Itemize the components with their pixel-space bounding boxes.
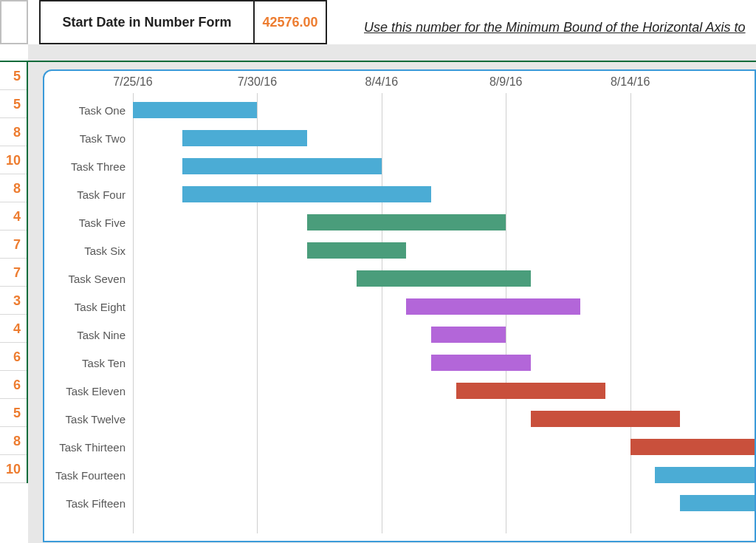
task-label: Task Ten	[44, 357, 133, 369]
duration-column: 55810847734665810	[0, 61, 28, 483]
task-label: Task Fifteen	[44, 497, 133, 510]
start-date-value: 42576.00	[262, 15, 317, 30]
duration-cell[interactable]: 5	[0, 90, 27, 118]
duration-cell[interactable]: 6	[0, 343, 27, 371]
task-label: Task Twelve	[44, 413, 133, 426]
task-row: Task Fifteen	[44, 489, 755, 517]
task-label: Task Five	[44, 216, 133, 229]
x-tick-label: 8/14/16	[611, 75, 650, 89]
task-row: Task Ten	[44, 349, 755, 377]
task-label: Task Eight	[44, 301, 133, 313]
bar-track	[133, 321, 755, 349]
bar-track	[133, 264, 755, 293]
blank-cell	[0, 0, 28, 44]
bar-track	[133, 377, 755, 405]
task-label: Task One	[44, 104, 133, 117]
task-row: Task Seven	[44, 264, 755, 293]
duration-cell[interactable]: 7	[0, 230, 27, 259]
chart-container: 7/25/167/30/168/4/168/9/168/14/16Task On…	[28, 61, 756, 543]
task-bar[interactable]	[307, 242, 407, 259]
duration-cell[interactable]: 10	[0, 146, 27, 174]
task-label: Task Seven	[44, 273, 133, 285]
task-bar[interactable]	[307, 214, 506, 230]
bar-track	[133, 349, 755, 377]
task-bar[interactable]	[357, 270, 531, 287]
task-bar[interactable]	[655, 467, 756, 483]
task-row: Task Four	[44, 180, 755, 208]
hint-text: Use this number for the Minimum Bound of…	[364, 20, 746, 35]
bar-track	[133, 405, 755, 433]
bar-track	[133, 124, 755, 152]
task-bar[interactable]	[182, 130, 306, 146]
x-tick-label: 7/30/16	[238, 75, 277, 89]
task-row: Task Eleven	[44, 377, 755, 405]
duration-cell[interactable]: 10	[0, 455, 27, 483]
task-row: Task Thirteen	[44, 433, 755, 461]
duration-cell[interactable]: 4	[0, 315, 27, 343]
task-label: Task Thirteen	[44, 441, 133, 454]
task-row: Task Twelve	[44, 405, 755, 433]
duration-cell[interactable]: 4	[0, 202, 27, 230]
bar-track	[133, 433, 755, 461]
task-row: Task Six	[44, 236, 755, 264]
duration-cell[interactable]: 8	[0, 427, 27, 455]
task-label: Task Four	[44, 188, 133, 201]
header-row: Start Date in Number Form 42576.00 Use t…	[0, 0, 756, 44]
duration-cell[interactable]: 8	[0, 174, 27, 202]
bar-track	[133, 96, 755, 124]
task-bar[interactable]	[680, 495, 756, 511]
task-row: Task One	[44, 96, 755, 124]
x-tick-label: 8/9/16	[489, 75, 522, 89]
hint-cell: Use this number for the Minimum Bound of…	[327, 0, 756, 44]
gantt-chart[interactable]: 7/25/167/30/168/4/168/9/168/14/16Task On…	[43, 69, 756, 542]
start-date-label: Start Date in Number Form	[62, 15, 231, 30]
task-row: Task Eight	[44, 293, 755, 321]
task-row: Task Three	[44, 152, 755, 180]
task-bar[interactable]	[406, 298, 580, 315]
duration-cell[interactable]: 6	[0, 371, 27, 399]
task-label: Task Fourteen	[44, 469, 133, 482]
bar-track	[133, 293, 755, 321]
task-label: Task Two	[44, 132, 133, 145]
bar-track	[133, 180, 755, 208]
task-bar[interactable]	[133, 102, 257, 118]
bar-track	[133, 489, 755, 517]
task-bar[interactable]	[531, 411, 680, 427]
task-label: Task Nine	[44, 329, 133, 341]
task-bar[interactable]	[456, 383, 605, 399]
task-row: Task Two	[44, 124, 755, 152]
task-label: Task Three	[44, 160, 133, 173]
bar-track	[133, 461, 755, 489]
task-bar[interactable]	[431, 327, 506, 343]
task-bar[interactable]	[630, 439, 755, 455]
spacer-row	[28, 44, 756, 61]
start-date-label-cell: Start Date in Number Form	[39, 0, 253, 44]
start-date-value-cell[interactable]: 42576.00	[253, 0, 327, 44]
plot-area: 7/25/167/30/168/4/168/9/168/14/16Task On…	[133, 93, 755, 533]
duration-cell[interactable]: 3	[0, 287, 27, 315]
task-label: Task Six	[44, 245, 133, 257]
task-bar[interactable]	[431, 355, 531, 371]
duration-cell[interactable]: 8	[0, 118, 27, 146]
bar-track	[133, 208, 755, 236]
task-row: Task Five	[44, 208, 755, 236]
task-bar[interactable]	[182, 186, 431, 202]
task-row: Task Fourteen	[44, 461, 755, 489]
bar-track	[133, 236, 755, 264]
task-row: Task Nine	[44, 321, 755, 349]
bar-track	[133, 152, 755, 180]
x-tick-label: 8/4/16	[365, 75, 398, 89]
x-tick-label: 7/25/16	[113, 75, 152, 89]
duration-cell[interactable]: 7	[0, 259, 27, 287]
task-label: Task Eleven	[44, 385, 133, 397]
duration-cell[interactable]: 5	[0, 399, 27, 427]
task-bar[interactable]	[182, 158, 381, 174]
duration-cell[interactable]: 5	[0, 62, 27, 90]
